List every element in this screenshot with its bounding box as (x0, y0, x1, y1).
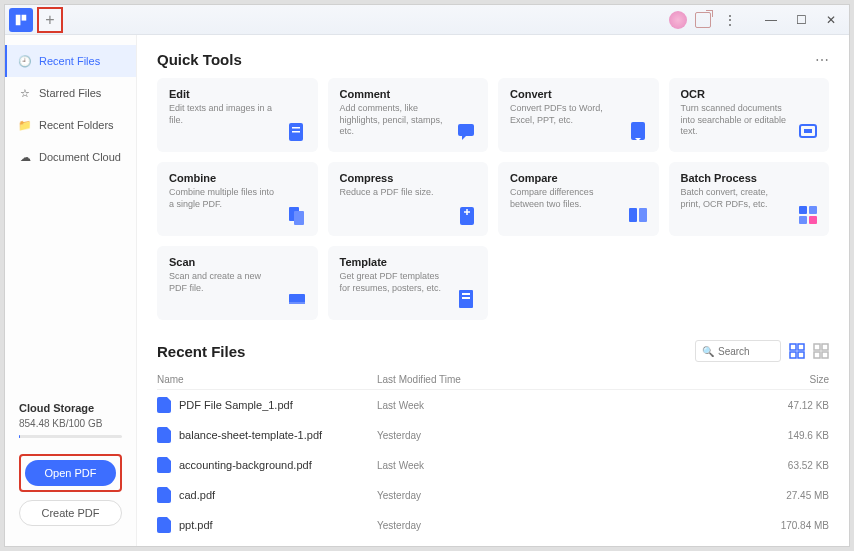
svg-rect-3 (292, 127, 300, 129)
tool-title: Convert (510, 88, 647, 100)
template-icon (456, 288, 478, 310)
file-size: 170.84 MB (749, 520, 829, 531)
pdf-file-icon (157, 427, 171, 443)
cloud-icon: ☁ (19, 151, 31, 163)
maximize-button[interactable]: ☐ (787, 9, 815, 31)
convert-icon (627, 120, 649, 142)
svg-rect-15 (799, 206, 807, 214)
sidebar-item-label: Document Cloud (39, 151, 121, 163)
svg-rect-27 (798, 352, 804, 358)
search-box[interactable]: 🔍 (695, 340, 781, 362)
tool-card-compress[interactable]: Compress Reduce a PDF file size. (328, 162, 489, 236)
file-row[interactable]: PDF File Sample_1.pdf Last Week 47.12 KB (157, 390, 829, 420)
svg-rect-25 (798, 344, 804, 350)
svg-rect-5 (458, 124, 474, 136)
main-content: Quick Tools ⋯ Edit Edit texts and images… (137, 35, 849, 546)
compare-icon (627, 204, 649, 226)
avatar[interactable] (669, 11, 687, 29)
quick-tools-more[interactable]: ⋯ (815, 52, 829, 68)
app-logo[interactable] (9, 8, 33, 32)
file-row[interactable]: cad.pdf Yesterday 27.45 MB (157, 480, 829, 510)
tool-desc: Get great PDF templates for resumes, pos… (340, 271, 450, 294)
comment-icon (456, 120, 478, 142)
tool-desc: Convert PDFs to Word, Excel, PPT, etc. (510, 103, 620, 126)
file-date: Last Week (377, 460, 749, 471)
file-row[interactable]: Frame 2125622.pdf Yesterday 8.39 MB (157, 540, 829, 546)
combine-icon (286, 204, 308, 226)
tool-card-comment[interactable]: Comment Add comments, like highlights, p… (328, 78, 489, 152)
titlebar: + ⋮ — ☐ ✕ (5, 5, 849, 35)
new-tab-button[interactable]: + (37, 7, 63, 33)
tool-title: Edit (169, 88, 306, 100)
svg-rect-18 (809, 216, 817, 224)
tool-card-scan[interactable]: Scan Scan and create a new PDF file. (157, 246, 318, 320)
file-size: 27.45 MB (749, 490, 829, 501)
file-name: ppt.pdf (179, 519, 213, 531)
file-name: balance-sheet-template-1.pdf (179, 429, 322, 441)
svg-rect-1 (22, 14, 27, 20)
pdf-file-icon (157, 487, 171, 503)
app-window: + ⋮ — ☐ ✕ 🕘 Recent Files ☆ Starred Files (4, 4, 850, 547)
minimize-button[interactable]: — (757, 9, 785, 31)
search-icon: 🔍 (702, 346, 714, 357)
tool-card-edit[interactable]: Edit Edit texts and images in a file. (157, 78, 318, 152)
tool-title: Scan (169, 256, 306, 268)
tool-card-combine[interactable]: Combine Combine multiple files into a si… (157, 162, 318, 236)
create-pdf-button[interactable]: Create PDF (19, 500, 122, 526)
search-input[interactable] (718, 346, 774, 357)
col-date: Last Modified Time (377, 374, 749, 385)
sidebar-item-folders[interactable]: 📁 Recent Folders (5, 109, 136, 141)
svg-rect-20 (289, 302, 305, 304)
close-button[interactable]: ✕ (817, 9, 845, 31)
svg-rect-17 (799, 216, 807, 224)
file-size: 63.52 KB (749, 460, 829, 471)
clock-icon: 🕘 (19, 55, 31, 67)
file-row[interactable]: balance-sheet-template-1.pdf Yesterday 1… (157, 420, 829, 450)
file-date: Last Week (377, 400, 749, 411)
tool-card-template[interactable]: Template Get great PDF templates for res… (328, 246, 489, 320)
plus-icon: + (45, 12, 54, 28)
quick-tools-title: Quick Tools (157, 51, 242, 68)
sidebar-item-recent-files[interactable]: 🕘 Recent Files (5, 45, 136, 77)
svg-rect-31 (822, 352, 828, 358)
tool-desc: Edit texts and images in a file. (169, 103, 279, 126)
file-date: Yesterday (377, 490, 749, 501)
file-row[interactable]: accounting-background.pdf Last Week 63.5… (157, 450, 829, 480)
tool-desc: Add comments, like highlights, pencil, s… (340, 103, 450, 138)
svg-marker-6 (462, 136, 466, 140)
cloud-storage-bar (19, 435, 122, 438)
svg-rect-14 (639, 208, 647, 222)
file-row[interactable]: ppt.pdf Yesterday 170.84 MB (157, 510, 829, 540)
compress-icon (456, 204, 478, 226)
list-view-icon[interactable] (789, 343, 805, 359)
sidebar-item-starred[interactable]: ☆ Starred Files (5, 77, 136, 109)
svg-rect-24 (790, 344, 796, 350)
tool-card-convert[interactable]: Convert Convert PDFs to Word, Excel, PPT… (498, 78, 659, 152)
file-name: accounting-background.pdf (179, 459, 312, 471)
svg-rect-16 (809, 206, 817, 214)
open-pdf-button[interactable]: Open PDF (25, 460, 116, 486)
open-pdf-highlight: Open PDF (19, 454, 122, 492)
file-size: 47.12 KB (749, 400, 829, 411)
tool-card-batch-process[interactable]: Batch Process Batch convert, create, pri… (669, 162, 830, 236)
tool-title: Batch Process (681, 172, 818, 184)
svg-rect-13 (629, 208, 637, 222)
sidebar-item-label: Recent Folders (39, 119, 114, 131)
recent-table-header: Name Last Modified Time Size (157, 370, 829, 390)
cloud-storage-usage: 854.48 KB/100 GB (19, 418, 122, 429)
svg-rect-0 (16, 14, 21, 25)
col-size: Size (749, 374, 829, 385)
grid-view-icon[interactable] (813, 343, 829, 359)
tool-title: Combine (169, 172, 306, 184)
menu-kebab[interactable]: ⋮ (719, 12, 741, 28)
tool-card-compare[interactable]: Compare Compare differences between two … (498, 162, 659, 236)
svg-rect-23 (462, 297, 470, 299)
sidebar-item-cloud[interactable]: ☁ Document Cloud (5, 141, 136, 173)
star-icon: ☆ (19, 87, 31, 99)
share-icon[interactable] (695, 12, 711, 28)
pdf-file-icon (157, 397, 171, 413)
tool-desc: Combine multiple files into a single PDF… (169, 187, 279, 210)
tool-title: Compare (510, 172, 647, 184)
svg-rect-28 (814, 344, 820, 350)
tool-card-ocr[interactable]: OCR Turn scanned documents into searchab… (669, 78, 830, 152)
